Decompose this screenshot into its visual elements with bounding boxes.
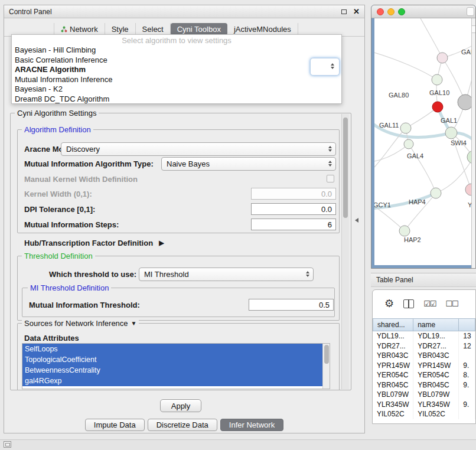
table-cell: YBR043C [373,351,413,361]
network-node[interactable] [437,53,448,63]
bottom-tab-discretize-data[interactable]: Discretize Data [148,419,217,431]
hub-tf-section-toggle[interactable]: Hub/Transcription Factor Definition ▶ [24,239,164,247]
table-row[interactable]: YDR27...YDR27...12 [373,341,475,351]
mi-threshold-group-title: MI Threshold Definition [28,283,111,292]
table-row[interactable]: YPR145WYPR145W9. [373,361,475,371]
deselect-all-columns-icon[interactable]: ☐☐ [445,299,458,308]
network-node[interactable] [400,123,411,133]
tab-network[interactable]: Network [54,23,105,35]
attributes-scrollbar[interactable] [322,344,330,389]
tab-style[interactable]: Style [105,23,136,35]
mi-steps-value: 6 [328,220,332,229]
network-canvas[interactable]: GALGAL80GAL10GAL11GAL1SWI4GAL4GCY1HAP4YH… [374,18,472,265]
aracne-mode-value: Discovery [66,145,100,154]
titlebar-button[interactable] [467,7,474,16]
network-node[interactable] [432,102,443,112]
combo-arrows-icon [306,271,309,277]
gear-icon[interactable]: ⚙ [384,298,394,309]
collapse-arrow-icon: ▼ [131,320,137,327]
network-node[interactable] [404,139,413,149]
mi-steps-field[interactable]: 6 [251,219,336,230]
select-all-columns-icon[interactable]: ☑☑ [423,299,436,308]
table-cell [459,409,475,419]
attribute-item[interactable]: BetweennessCentrality [22,365,324,376]
which-threshold-combo[interactable]: MI Threshold [139,268,314,281]
control-panel: Control Panel ✕ NetworkStyleSelectCyni T… [4,5,365,433]
algorithm-option[interactable]: Basic Correlation Inference [12,56,341,66]
apply-button[interactable]: Apply [160,399,201,412]
table-cell: YER054C [413,370,459,380]
float-window-icon[interactable] [341,9,347,14]
zoom-traffic-light[interactable] [398,8,405,15]
algorithm-definition-title: Algorithm Definition [22,125,93,134]
bottom-tab-infer-network[interactable]: Infer Network [220,419,283,431]
combo-arrows-icon [328,161,332,167]
mi-type-combo[interactable]: Naive Bayes [161,157,336,171]
minimize-traffic-light[interactable] [387,8,395,15]
data-attributes-list[interactable]: SelfLoopsTopologicalCoefficientBetweenne… [22,343,330,389]
network-node[interactable] [432,74,442,85]
algorithm-option[interactable]: ARACNE Algorithm [12,65,341,75]
table-cell: YPR145W [373,361,413,371]
dpi-tolerance-field[interactable]: 0.0 [251,203,336,215]
close-traffic-light[interactable] [377,8,384,15]
table-cell: YIL052C [413,409,459,419]
network-node[interactable] [458,94,472,110]
columns-icon[interactable] [403,299,414,308]
algorithm-option[interactable]: Bayesian - K2 [12,84,341,94]
table-row[interactable]: YER054CYER054C8. [373,370,475,380]
algorithm-combo-button[interactable] [310,58,340,76]
table-body: YDL19...YDL19...13YDR27...YDR27...12YBR0… [373,331,475,419]
application-window: Control Panel ✕ NetworkStyleSelectCyni T… [0,0,476,450]
tab-label: Cyni Toolbox [177,23,221,35]
table-row[interactable]: YDL19...YDL19...13 [373,331,475,341]
network-node[interactable] [431,188,441,198]
bottom-tab-impute-data[interactable]: Impute Data [85,419,145,431]
network-node[interactable] [445,127,457,139]
table-column-header[interactable]: name [413,318,459,331]
dpi-tolerance-label: DPI Tolerance [0,1]: [24,205,95,214]
mi-threshold-field[interactable]: 0.5 [249,299,334,311]
sources-group-title[interactable]: Sources for Network Inference ▼ [22,319,139,328]
table-row[interactable]: YIL052CYIL052C [373,409,475,419]
algorithm-option[interactable]: Mutual Information Inference [12,75,341,85]
settings-scrollbar-thumb[interactable] [343,118,348,218]
close-icon[interactable]: ✕ [353,7,360,16]
kernel-width-field[interactable]: 0.0 [251,188,336,200]
tab-jactivemnodules[interactable]: jActiveMNodules [227,23,298,35]
network-node[interactable] [399,226,410,236]
aracne-mode-combo[interactable]: Discovery [61,142,336,156]
network-scrollbar[interactable] [471,18,475,268]
table-row[interactable]: YLR345WYLR345W9. [373,400,475,410]
algorithm-option[interactable]: Bayesian - Hill Climbing [12,45,341,56]
table-cell: YDL19... [373,331,413,341]
restore-panel-icon[interactable] [4,441,11,448]
tab-cyni-toolbox[interactable]: Cyni Toolbox [171,23,227,35]
node-table: shared...name YDL19...YDL19...13YDR27...… [373,318,475,419]
table-column-header[interactable]: shared... [373,318,413,331]
attributes-scrollbar-thumb[interactable] [324,345,329,364]
table-cell: 9. [459,400,475,410]
table-cell: 8. [459,370,475,380]
table-row[interactable]: YBL079WYBL079W [373,390,475,400]
combo-arrows-icon [331,63,334,69]
network-scrollbar-button[interactable] [472,25,475,33]
settings-scrollbar[interactable] [341,114,349,389]
splitter-collapse-handle[interactable] [355,218,358,223]
kernel-width-value: 0.0 [321,190,332,198]
attribute-item[interactable]: SelfLoops [22,344,324,354]
table-column-header[interactable] [459,318,475,331]
manual-kernel-checkbox[interactable] [327,175,334,182]
tab-select[interactable]: Select [136,23,171,35]
status-bar [0,439,476,450]
attribute-item[interactable]: gal4RGexp [22,376,324,386]
which-threshold-label: Which threshold to use: [49,270,136,279]
table-row[interactable]: YBR043CYBR043C [373,351,475,361]
algorithm-option[interactable]: Dream8 DC_TDC Algorithm [12,94,341,105]
network-graph[interactable]: GALGAL80GAL10GAL11GAL1SWI4GAL4GCY1HAP4YH… [374,18,472,265]
tab-label: jActiveMNodules [234,23,291,35]
hub-tf-label: Hub/Transcription Factor Definition [24,239,153,247]
attribute-item[interactable]: TopologicalCoefficient [22,354,324,365]
combo-arrows-icon [328,146,332,152]
table-row[interactable]: YBR045CYBR045C9. [373,380,475,390]
